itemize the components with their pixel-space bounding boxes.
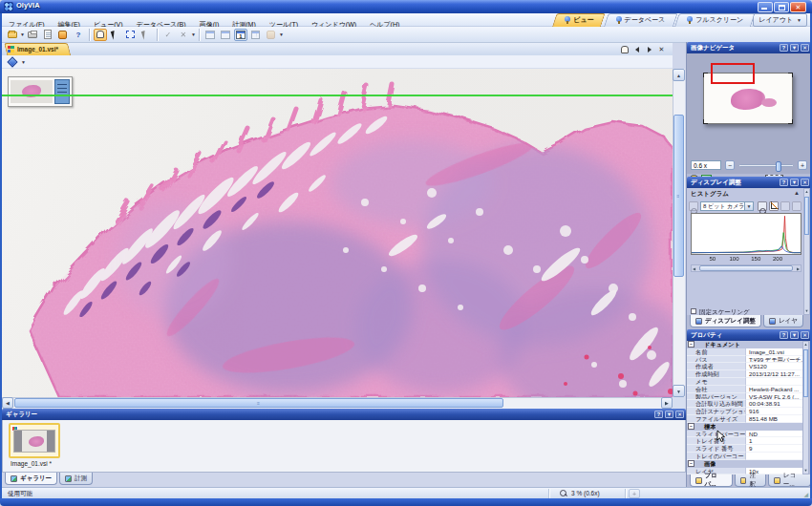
previous-tab-button[interactable]	[631, 44, 642, 54]
scroll-right-button[interactable]: ▶	[661, 397, 673, 409]
property-row[interactable]: − 画像	[687, 460, 803, 468]
close-tab-button[interactable]: ✕	[656, 44, 667, 54]
properties-panel-header[interactable]: プロパティ ? ▼ ✕	[687, 329, 811, 341]
property-row[interactable]: − 作成者 VS120	[687, 363, 803, 370]
document-tab[interactable]: Image_01.vsi*	[4, 43, 68, 55]
minimize-button[interactable]	[758, 2, 773, 12]
zoom-hist-icon[interactable]	[689, 201, 698, 211]
scrollbar-thumb[interactable]: ≡	[673, 115, 684, 277]
panel-close-button[interactable]: ✕	[675, 411, 684, 418]
shape-tool-dropdown[interactable]: ▼	[21, 59, 26, 65]
canvas-horizontal-scrollbar[interactable]: ◀ ≡ ▶	[2, 397, 673, 409]
panel-help-button[interactable]: ?	[654, 411, 663, 418]
more-tools-button[interactable]	[265, 29, 278, 41]
scrollbar-thumb[interactable]: ≡	[14, 398, 503, 408]
property-row[interactable]: − トレイ番号 1	[687, 437, 803, 445]
scroll-down-button[interactable]: ▼	[673, 385, 685, 397]
panel-help-button[interactable]: ?	[780, 331, 788, 339]
status-zoom-button[interactable]: +	[629, 489, 640, 498]
context-help-button[interactable]: ?	[72, 29, 85, 41]
zoom-slider-thumb[interactable]	[776, 161, 781, 172]
zoom-out-button[interactable]: −	[725, 160, 735, 170]
tile-windows-button[interactable]	[203, 29, 217, 41]
cancel-dropdown[interactable]: ▼	[191, 32, 196, 37]
property-row[interactable]: − パス T:¥99 デモ用バーチ...	[687, 356, 803, 364]
close-button[interactable]: ✕	[790, 2, 806, 12]
property-row[interactable]: − 製品バージョン VS-ASW FL 2.6 (...	[687, 393, 803, 401]
canvas-vertical-scrollbar[interactable]: ▲ ≡ ▼	[673, 69, 685, 397]
property-row[interactable]: − スライド 番号 9	[687, 445, 803, 453]
panel-pin-button[interactable]: ▼	[790, 331, 799, 339]
gallery-bottom-tab[interactable]: 計測	[59, 473, 93, 485]
display-panel-scrollbar[interactable]: ▲ ▼	[803, 188, 810, 315]
display-panel-header[interactable]: ディスプレイ調整 ? ▼ ✕	[687, 177, 811, 188]
pan-view-button[interactable]	[619, 44, 630, 54]
property-row[interactable]: − 標本	[687, 423, 803, 431]
single-view-button[interactable]: 1	[234, 29, 247, 41]
title-bar[interactable]: OlyVIA ✕	[0, 0, 812, 13]
panel-pin-button[interactable]: ▼	[790, 179, 799, 186]
panel-close-button[interactable]: ✕	[801, 44, 809, 52]
camera-mode-select[interactable]: 8 ビット カメラ ▼	[700, 201, 754, 211]
more-tools-dropdown[interactable]: ▼	[279, 32, 284, 37]
zoom-slider[interactable]	[738, 164, 794, 167]
cancel-button[interactable]: ✕	[177, 29, 190, 41]
pan-tool-button[interactable]	[94, 29, 107, 41]
panel-close-button[interactable]: ✕	[801, 179, 809, 186]
print-button[interactable]	[26, 29, 39, 41]
scroll-left-button[interactable]: ◀	[2, 397, 13, 409]
gallery-bottom-tab[interactable]: ギャラリー	[5, 473, 57, 485]
property-row[interactable]: − 作成時刻 2013/12/12 11:27...	[687, 370, 803, 378]
property-row[interactable]: − 会社 Hewlett-Packard ...	[687, 386, 803, 393]
properties-bottom-tab[interactable]: レコー...	[768, 474, 811, 487]
navigator-view-rectangle[interactable]	[711, 63, 755, 84]
collapse-section-icon[interactable]: ▲	[794, 190, 800, 196]
properties-scrollbar[interactable]: ▲ ▼	[802, 341, 809, 474]
confirm-button[interactable]: ✓	[161, 29, 175, 41]
collapse-box-icon[interactable]: −	[688, 423, 694, 430]
panel-close-button[interactable]: ✕	[801, 331, 809, 339]
collapse-box-icon[interactable]: −	[688, 341, 694, 348]
panel-pin-button[interactable]: ▼	[665, 411, 673, 418]
slide-overview-thumbnail[interactable]	[8, 76, 73, 107]
zoom-in-button[interactable]: +	[798, 160, 807, 170]
zoom-area-tool-button[interactable]	[124, 29, 138, 41]
property-row[interactable]: − 合計スナップショット... 916	[687, 408, 803, 415]
maximize-button[interactable]	[774, 2, 789, 12]
property-row[interactable]: − メモ	[687, 378, 803, 386]
linear-adjust-icon[interactable]	[780, 201, 790, 211]
property-row[interactable]: − ドキュメント	[687, 341, 803, 348]
camera-adjust-icon[interactable]	[792, 201, 801, 211]
properties-bottom-tab[interactable]: 注釈	[735, 474, 766, 487]
open-file-dropdown[interactable]: ▼	[20, 32, 25, 37]
view-mode-tab[interactable]: ビュー	[552, 13, 601, 27]
cascade-windows-button[interactable]	[219, 29, 232, 41]
property-row[interactable]: − スライド バーコード ND	[687, 431, 803, 438]
print-preview-button[interactable]	[41, 29, 54, 41]
histogram-range-scrollbar[interactable]: ◀ ▶	[691, 264, 801, 272]
gallery-thumbnail[interactable]	[9, 423, 60, 458]
gallery-panel-header[interactable]: ギャラリー ? ▼ ✕	[2, 409, 686, 420]
panel-help-button[interactable]: ?	[780, 44, 788, 52]
nav-zoom-input[interactable]	[691, 160, 721, 170]
select-tool-button[interactable]	[109, 29, 122, 41]
zoom-minus-icon[interactable]	[758, 201, 767, 211]
view-mode-tab[interactable]: データベース	[604, 13, 673, 27]
grid-view-button[interactable]	[249, 29, 263, 41]
display-bottom-tab[interactable]: レイヤ	[763, 315, 803, 327]
properties-bottom-tab[interactable]: プロパ...	[690, 474, 733, 487]
checkbox[interactable]	[691, 308, 696, 314]
collapse-box-icon[interactable]: −	[688, 460, 694, 467]
panel-help-button[interactable]: ?	[780, 179, 788, 186]
scroll-up-button[interactable]: ▲	[673, 69, 685, 81]
gamma-curve-icon[interactable]	[769, 201, 779, 211]
view-mode-tab[interactable]: フルスクリーン	[674, 13, 751, 27]
slide-viewer-canvas[interactable]	[2, 69, 673, 397]
resize-grip[interactable]: ◢	[803, 491, 808, 497]
property-row[interactable]: − トレイのバーコード	[687, 453, 803, 460]
display-bottom-tab[interactable]: ディスプレイ調整	[690, 315, 761, 327]
next-tab-button[interactable]	[644, 44, 654, 54]
export-image-button[interactable]	[56, 29, 70, 41]
panel-pin-button[interactable]: ▼	[790, 44, 799, 52]
pointer-tool-button[interactable]	[139, 29, 153, 41]
